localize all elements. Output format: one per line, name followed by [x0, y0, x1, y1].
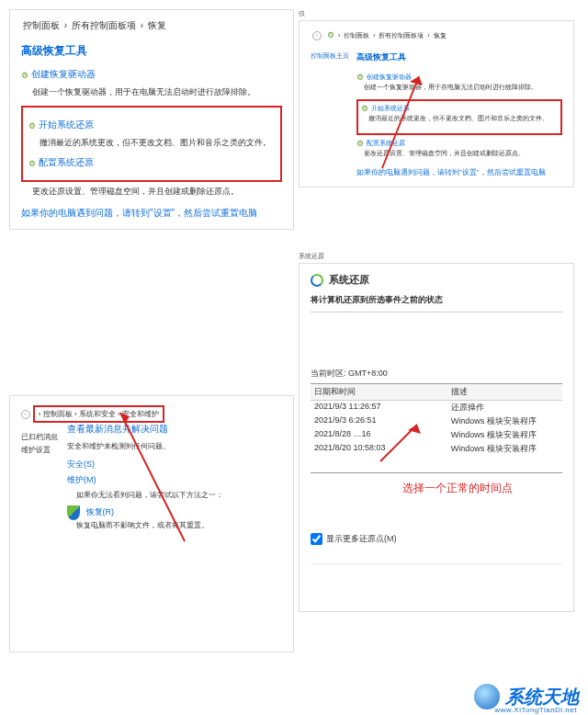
- watermark-url: www.XiTongTianDi.net: [494, 706, 577, 714]
- back-icon[interactable]: ‹: [312, 31, 322, 40]
- breadcrumb-highlight: › 控制面板 › 系统和安全 › 安全和维护: [33, 405, 164, 423]
- table-row[interactable]: 2021/9/3 6:26:51Windows 模块安装程序: [311, 414, 562, 428]
- recovery-link[interactable]: 恢复(R): [86, 507, 115, 516]
- breadcrumb: ‹ › 控制面板 › 所有控制面板项 › 恢复: [311, 30, 562, 40]
- highlight-box: 开始系统还原 撤消最近的系统更改，但不更改文档、图片和音乐之类的文件。: [356, 99, 562, 135]
- checkbox-label: 显示更多还原点(M): [326, 533, 397, 545]
- gear-icon: [356, 73, 364, 82]
- annotation-text: 选择一个正常的时间点: [402, 481, 562, 496]
- link-create-recovery-drive[interactable]: 创建恢复驱动器: [356, 73, 412, 82]
- restore-points-table: 日期和时间 描述 2021/9/3 11:26:57还原操作 2021/9/3 …: [311, 383, 562, 473]
- table-row[interactable]: 2021/8/28 …16Windows 模块安装程序: [311, 428, 562, 442]
- crumb-recovery: 恢复: [148, 20, 166, 30]
- note: 如果你的电脑遇到问题，请转到"设置"，然后尝试重置电脑: [21, 207, 282, 220]
- main-desc: 安全和维护未检测到任何问题。: [67, 441, 282, 451]
- gear-icon: [327, 32, 334, 39]
- gear-icon: [28, 120, 36, 131]
- checkbox-input[interactable]: [311, 533, 322, 545]
- gear-icon: [28, 158, 36, 168]
- breadcrumb: 控制面板 › 所有控制面板项 › 恢复: [21, 19, 282, 32]
- link-start-system-restore[interactable]: 开始系统还原: [361, 104, 410, 113]
- recovery-panel-large: 控制面板 › 所有控制面板项 › 恢复 高级恢复工具 创建恢复驱动器 创建一个恢…: [9, 9, 294, 230]
- link-create-recovery-drive[interactable]: 创建恢复驱动器: [21, 68, 282, 81]
- gear-icon: [361, 104, 368, 113]
- link-desc: 创建一个恢复驱动器，用于在电脑无法启动时进行故障排除。: [364, 84, 562, 92]
- link-start-system-restore[interactable]: 开始系统还原: [28, 119, 275, 131]
- table-row[interactable]: 2021/8/20 10:58:03Windows 模块安装程序: [311, 442, 562, 456]
- dialog-subtitle: 将计算机还原到所选事件之前的状态: [311, 294, 562, 312]
- link-desc: 撤消最近的系统更改，但不更改文档、图片和音乐之类的文件。: [368, 115, 558, 123]
- dialog-title: 系统还原: [329, 273, 369, 287]
- system-restore-wrapper: 系统还原 系统还原 将计算机还原到所选事件之前的状态 当前时区: GMT+8:0…: [299, 252, 574, 612]
- link-configure-restore[interactable]: 配置系统还原: [356, 139, 405, 148]
- maintenance-section[interactable]: 维护(M): [67, 474, 282, 486]
- security-maintenance-panel: ‹ › 控制面板 › 系统和安全 › 安全和维护 已归档消息 维护设置 查看最新…: [9, 395, 294, 653]
- security-section[interactable]: 安全(S): [67, 459, 282, 471]
- table-row[interactable]: 2021/9/3 11:26:57还原操作: [311, 401, 562, 414]
- page-title: 查看最新消息并解决问题: [67, 423, 282, 436]
- highlight-box: 开始系统还原 撤消最近的系统更改，但不更改文档、图片和音乐之类的文件。 配置系统…: [21, 106, 282, 182]
- show-more-checkbox[interactable]: 显示更多还原点(M): [311, 533, 562, 545]
- link-desc: 撤消最近的系统更改，但不更改文档、图片和音乐之类的文件。: [40, 137, 275, 149]
- link-desc: 更改还原设置、管理磁盘空间，并且创建或删除还原点。: [32, 186, 282, 198]
- crumb-control-panel[interactable]: 控制面板: [23, 20, 60, 30]
- section-title: 高级恢复工具: [21, 43, 282, 59]
- timezone-label: 当前时区: GMT+8:00: [311, 368, 562, 380]
- nav-label: 仅: [299, 9, 574, 18]
- crumb-all-items[interactable]: 所有控制面板项: [72, 20, 136, 30]
- gear-icon: [356, 139, 364, 148]
- link-desc: 创建一个恢复驱动器，用于在电脑无法启动时进行故障排除。: [32, 86, 282, 98]
- restore-icon: [311, 274, 323, 287]
- system-restore-dialog: 系统还原 将计算机还原到所选事件之前的状态 当前时区: GMT+8:00 日期和…: [299, 263, 574, 612]
- link-desc: 更改还原设置、管理磁盘空间，并且创建或删除还原点。: [364, 150, 562, 158]
- col-datetime[interactable]: 日期和时间: [311, 384, 447, 400]
- recovery-desc: 恢复电脑而不影响文件，或者将其重置。: [76, 520, 282, 530]
- recovery-panel-small: ‹ › 控制面板 › 所有控制面板项 › 恢复 控制面板主页 高级恢复工具 创建…: [299, 20, 574, 187]
- col-desc[interactable]: 描述: [447, 384, 562, 400]
- shield-icon: [67, 505, 80, 520]
- sub-note: 如果你无法看到问题，请尝试以下方法之一：: [76, 490, 282, 500]
- table-header: 日期和时间 描述: [311, 384, 562, 401]
- back-icon[interactable]: ‹: [21, 410, 30, 419]
- nav-label: 系统还原: [299, 252, 574, 261]
- link-configure-restore[interactable]: 配置系统还原: [28, 156, 275, 169]
- gear-icon: [21, 70, 28, 80]
- note: 如果你的电脑遇到问题，请转到"设置"，然后尝试重置电脑: [356, 167, 562, 177]
- section-title: 高级恢复工具: [356, 51, 562, 63]
- recovery-panel-small-wrapper: 仅 ‹ › 控制面板 › 所有控制面板项 › 恢复 控制面板主页 高级恢复工具 …: [299, 9, 574, 187]
